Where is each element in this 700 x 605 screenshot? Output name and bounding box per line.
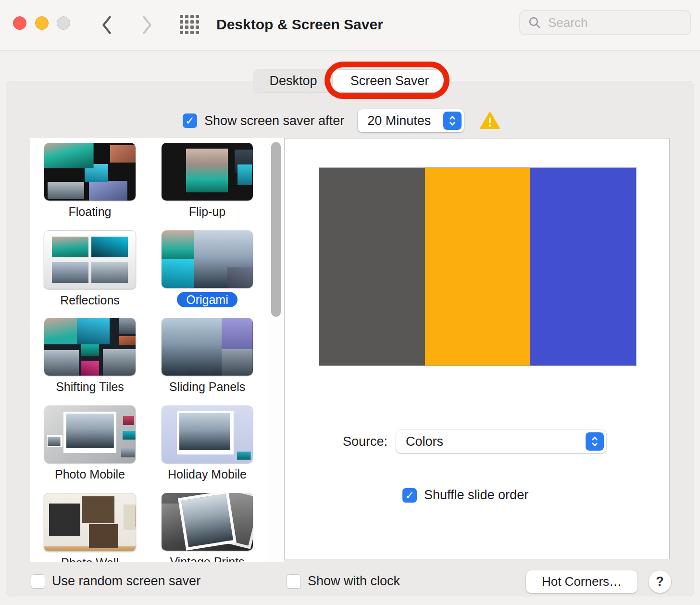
hot-corners-button[interactable]: Hot Corners…	[526, 570, 638, 593]
saver-thumbnail-photo-mobile[interactable]	[44, 405, 136, 463]
tab-screen-saver[interactable]: Screen Saver	[333, 70, 446, 92]
up-down-chevrons-icon	[443, 112, 462, 130]
preview-panel: Source: Colors Shuffle slide order	[284, 138, 670, 559]
saver-item-shifting-tiles[interactable]: Shifting Tiles	[44, 318, 136, 395]
saver-item-reflections[interactable]: Reflections	[44, 230, 136, 307]
saver-thumbnail-floating[interactable]	[44, 143, 136, 201]
duration-value: 20 Minutes	[367, 113, 431, 128]
show-after-checkbox[interactable]	[183, 113, 197, 128]
saver-item-holiday-mobile[interactable]: Holiday Mobile	[162, 405, 253, 482]
forward-button[interactable]	[137, 13, 158, 38]
back-chevron-icon	[101, 15, 112, 35]
saver-label-shifting-tiles: Shifting Tiles	[56, 379, 124, 394]
saver-item-floating[interactable]: Floating	[44, 143, 136, 220]
show-after-duration-popup[interactable]: 20 Minutes	[358, 109, 464, 132]
saver-thumbnail-holiday-mobile[interactable]	[162, 405, 253, 463]
show-clock-row: Show with clock	[287, 574, 400, 589]
use-random-row: Use random screen saver	[31, 574, 200, 589]
use-random-label: Use random screen saver	[52, 574, 200, 589]
source-value: Colors	[406, 434, 443, 449]
preview-bar-gray	[319, 168, 425, 366]
saver-label-reflections: Reflections	[60, 293, 120, 307]
show-after-row: Show screen saver after 20 Minutes	[183, 109, 500, 132]
saver-thumbnail-origami[interactable]	[162, 230, 253, 288]
window-title: Desktop & Screen Saver	[216, 0, 383, 50]
warning-triangle-icon	[480, 112, 500, 130]
saver-item-vintage-prints[interactable]: Vintage Prints	[162, 493, 253, 562]
up-down-chevrons-icon	[586, 432, 604, 451]
tab-desktop[interactable]: Desktop	[253, 70, 333, 92]
saver-label-holiday-mobile: Holiday Mobile	[168, 467, 247, 481]
saver-label-photo-wall: Photo Wall	[61, 555, 119, 562]
saver-thumbnail-shifting-tiles[interactable]	[44, 318, 136, 376]
show-all-grid-icon[interactable]	[180, 15, 201, 35]
back-button[interactable]	[96, 13, 117, 38]
search-input[interactable]	[547, 15, 669, 31]
show-after-label: Show screen saver after	[204, 113, 344, 128]
forward-chevron-icon	[141, 15, 153, 35]
minimize-button[interactable]	[35, 16, 49, 30]
saver-thumbnail-reflections[interactable]	[44, 230, 136, 289]
saver-item-photo-mobile[interactable]: Photo Mobile	[44, 405, 136, 482]
help-button[interactable]: ?	[649, 570, 671, 593]
saver-label-origami: Origami	[177, 292, 238, 307]
saver-thumbnail-sliding-panels[interactable]	[162, 318, 253, 376]
tab-bar: Desktop Screen Saver	[253, 70, 446, 92]
preview-colorbars	[319, 167, 637, 366]
preview-bar-yellow	[425, 168, 531, 366]
source-row: Source: Colors	[343, 430, 606, 453]
search-icon	[528, 16, 541, 29]
shuffle-label: Shuffle slide order	[424, 488, 528, 503]
desktop-screensaver-window: Desktop & Screen Saver Desktop Screen Sa…	[0, 0, 700, 605]
saver-item-origami[interactable]: Origami	[162, 230, 253, 307]
saver-list-scrollbar[interactable]	[268, 138, 284, 562]
saver-label-floating: Floating	[69, 204, 112, 219]
saver-item-photo-wall[interactable]: Photo Wall	[44, 493, 136, 562]
saver-label-flip-up: Flip-up	[189, 204, 225, 219]
saver-item-flip-up[interactable]: Flip-up	[162, 143, 253, 220]
show-clock-checkbox[interactable]	[287, 574, 301, 589]
search-field[interactable]	[519, 10, 691, 35]
saver-thumbnail-photo-wall[interactable]	[44, 493, 136, 552]
close-button[interactable]	[13, 16, 26, 30]
source-popup[interactable]: Colors	[396, 430, 606, 453]
shuffle-checkbox[interactable]	[402, 488, 417, 503]
saver-grid: FloatingFlip-upReflectionsOrigamiShiftin…	[30, 138, 284, 562]
saver-label-sliding-panels: Sliding Panels	[169, 379, 245, 394]
use-random-checkbox[interactable]	[31, 574, 45, 589]
saver-label-photo-mobile: Photo Mobile	[55, 467, 125, 481]
saver-thumbnail-flip-up[interactable]	[162, 143, 253, 201]
saver-item-sliding-panels[interactable]: Sliding Panels	[162, 318, 253, 395]
fullscreen-button	[57, 16, 70, 30]
window-toolbar: Desktop & Screen Saver	[0, 0, 700, 50]
saver-label-vintage-prints: Vintage Prints	[170, 555, 244, 562]
preview-bar-blue	[530, 168, 636, 366]
scrollbar-thumb[interactable]	[271, 142, 281, 317]
saver-thumbnail-vintage-prints[interactable]	[162, 493, 253, 551]
source-label: Source:	[343, 434, 388, 449]
show-clock-label: Show with clock	[308, 574, 400, 589]
shuffle-row: Shuffle slide order	[402, 488, 528, 503]
